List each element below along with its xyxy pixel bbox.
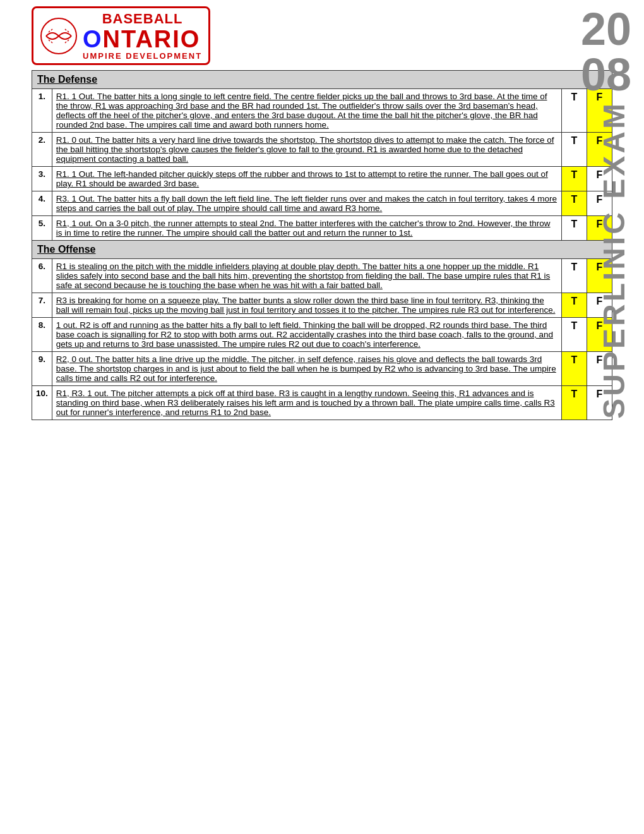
logo-umpire-text: UMPIRE DEVELOPMENT — [83, 51, 202, 61]
q4-text: R3. 1 Out. The batter hits a fly ball do… — [52, 191, 561, 216]
table-row: 2. R1. 0 out. The batter hits a very har… — [32, 133, 612, 167]
offense-section-header: The Offense — [32, 241, 612, 259]
table-row: 10. R1, R3. 1 out. The pitcher attempts … — [32, 386, 612, 420]
q10-text: R1, R3. 1 out. The pitcher attempts a pi… — [52, 386, 561, 420]
q8-num: 8. — [32, 318, 52, 352]
q4-t: T — [562, 191, 587, 216]
q10-num: 10. — [32, 386, 52, 420]
q2-text: R1. 0 out. The batter hits a very hard l… — [52, 133, 561, 167]
q1-text: R1. 1 Out. The batter hits a long single… — [52, 89, 561, 133]
logo-o: O — [83, 26, 103, 52]
table-row: 5. R1, 1 out. On a 3-0 pitch, the runner… — [32, 216, 612, 241]
offense-header-row: The Offense — [32, 241, 612, 259]
offense-label: The Offense — [37, 244, 95, 255]
side-label: SUPERLINIC EXAM — [597, 101, 631, 419]
q9-num: 9. — [32, 352, 52, 386]
q7-num: 7. — [32, 293, 52, 318]
table-row: 8. 1 out. R2 is off and running as the b… — [32, 318, 612, 352]
table-row: 3. R1. 1 Out. The left-handed pitcher qu… — [32, 167, 612, 191]
q3-num: 3. — [32, 167, 52, 191]
q5-t: T — [562, 216, 587, 241]
logo-ntario: NTARIO — [103, 26, 201, 52]
year-line1: 20 — [581, 6, 631, 52]
q6-t: T — [562, 259, 587, 293]
q1-num: 1. — [32, 89, 52, 133]
q5-num: 5. — [32, 216, 52, 241]
logo-ontario-text: ONTARIO — [83, 27, 202, 51]
header: BASEBALL ONTARIO UMPIRE DEVELOPMENT — [32, 6, 612, 65]
q3-text: R1. 1 Out. The left-handed pitcher quick… — [52, 167, 561, 191]
q8-text-content: 1 out. R2 is off and running as the batt… — [56, 320, 553, 349]
q8-t: T — [562, 318, 587, 352]
q2-t: T — [562, 133, 587, 167]
q6-text-content: R1 is stealing on the pitch with the mid… — [56, 262, 550, 290]
q9-text-content: R2, 0 out. The batter hits a line drive … — [56, 354, 556, 383]
logo-baseball-text: BASEBALL — [83, 11, 202, 27]
q2-num: 2. — [32, 133, 52, 167]
q3-text-content: R1. 1 Out. The left-handed pitcher quick… — [56, 169, 548, 188]
year-line2: 08 — [581, 52, 631, 97]
baseball-icon — [40, 17, 78, 55]
q5-text: R1, 1 out. On a 3-0 pitch, the runner at… — [52, 216, 561, 241]
defense-header-row: The Defense — [32, 71, 612, 89]
q6-text: R1 is stealing on the pitch with the mid… — [52, 259, 561, 293]
table-row: 9. R2, 0 out. The batter hits a line dri… — [32, 352, 612, 386]
q8-text: 1 out. R2 is off and running as the batt… — [52, 318, 561, 352]
table-row: 7. R3 is breaking for home on a squeeze … — [32, 293, 612, 318]
q2-text-content: R1. 0 out. The batter hits a very hard l… — [56, 135, 554, 164]
logo-box: BASEBALL ONTARIO UMPIRE DEVELOPMENT — [32, 6, 210, 65]
q7-text-content: R3 is breaking for home on a squeeze pla… — [56, 296, 556, 315]
q7-t: T — [562, 293, 587, 318]
q10-text-content: R1, R3. 1 out. The pitcher attempts a pi… — [56, 389, 555, 417]
q7-text: R3 is breaking for home on a squeeze pla… — [52, 293, 561, 318]
q4-num: 4. — [32, 191, 52, 216]
q9-text: R2, 0 out. The batter hits a line drive … — [52, 352, 561, 386]
q5-text-content: R1, 1 out. On a 3-0 pitch, the runner at… — [56, 219, 551, 238]
q4-text-content: R3. 1 Out. The batter hits a fly ball do… — [56, 194, 557, 213]
q3-t: T — [562, 167, 587, 191]
q10-t: T — [562, 386, 587, 420]
q1-text-content: R1. 1 Out. The batter hits a long single… — [56, 92, 547, 130]
questions-table: The Defense 1. R1. 1 Out. The batter hit… — [32, 70, 612, 420]
logo-area: BASEBALL ONTARIO UMPIRE DEVELOPMENT — [32, 6, 234, 65]
q6-num: 6. — [32, 259, 52, 293]
year-display: 20 08 — [581, 6, 631, 97]
q9-t: T — [562, 352, 587, 386]
defense-label: The Defense — [37, 74, 97, 85]
table-row: 1. R1. 1 Out. The batter hits a long sin… — [32, 89, 612, 133]
table-row: 6. R1 is stealing on the pitch with the … — [32, 259, 612, 293]
table-row: 4. R3. 1 Out. The batter hits a fly ball… — [32, 191, 612, 216]
page-wrapper: BASEBALL ONTARIO UMPIRE DEVELOPMENT 20 0… — [32, 0, 612, 420]
defense-section-header: The Defense — [32, 71, 612, 89]
